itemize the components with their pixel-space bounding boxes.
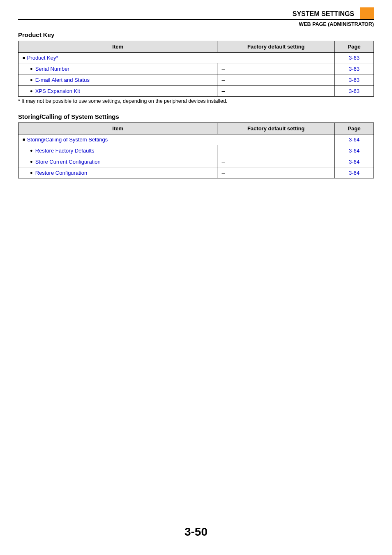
- table-row: ●E-mail Alert and Status – 3-63: [18, 74, 374, 86]
- restore-factory-link[interactable]: Restore Factory Defaults: [35, 148, 95, 154]
- header-accent-tab: [360, 7, 374, 19]
- table-row: ●Store Current Configuration – 3-64: [18, 156, 374, 167]
- default-value: –: [221, 65, 225, 72]
- col-header-item: Item: [18, 41, 217, 53]
- breadcrumb: WEB PAGE (ADMINISTRATOR): [18, 21, 374, 27]
- table-row: ■Storing/Calling of System Settings 3-64: [18, 134, 374, 145]
- bullet-icon: ●: [30, 88, 33, 93]
- page-link[interactable]: 3-63: [349, 55, 360, 61]
- default-value: –: [221, 88, 225, 94]
- storing-calling-table: Item Factory default setting Page ■Stori…: [18, 123, 374, 178]
- section-title-product-key: Product Key: [18, 31, 374, 38]
- product-key-table: Item Factory default setting Page ■Produ…: [18, 41, 374, 97]
- default-value: –: [221, 147, 225, 154]
- page-link[interactable]: 3-64: [349, 148, 360, 154]
- default-value: –: [221, 169, 225, 176]
- page-link[interactable]: 3-64: [349, 170, 360, 176]
- col-header-default: Factory default setting: [217, 41, 334, 53]
- col-header-default: Factory default setting: [217, 123, 334, 134]
- table-row: ●Restore Configuration – 3-64: [18, 167, 374, 178]
- page-link[interactable]: 3-63: [349, 66, 360, 72]
- system-settings-title: SYSTEM SETTINGS: [293, 10, 354, 18]
- table-header-row: Item Factory default setting Page: [18, 41, 374, 53]
- bullet-icon: ●: [30, 159, 33, 164]
- square-icon: ■: [23, 55, 25, 60]
- page-number: 3-50: [18, 525, 374, 539]
- table-header-row: Item Factory default setting Page: [18, 123, 374, 134]
- page-link[interactable]: 3-63: [349, 77, 360, 83]
- storing-calling-link[interactable]: Storing/Calling of System Settings: [27, 136, 108, 143]
- square-icon: ■: [23, 137, 25, 142]
- page-link[interactable]: 3-64: [349, 136, 360, 143]
- default-value: –: [221, 76, 225, 83]
- page-link[interactable]: 3-64: [349, 159, 360, 165]
- footnote: * It may not be possible to use some set…: [18, 98, 374, 104]
- col-header-item: Item: [18, 123, 217, 134]
- bullet-icon: ●: [30, 77, 33, 82]
- page-link[interactable]: 3-63: [349, 88, 360, 94]
- col-header-page: Page: [334, 41, 374, 53]
- header: SYSTEM SETTINGS: [18, 10, 374, 20]
- section-title-storing-calling: Storing/Calling of System Settings: [18, 113, 374, 120]
- store-current-link[interactable]: Store Current Configuration: [35, 159, 101, 165]
- restore-config-link[interactable]: Restore Configuration: [35, 170, 87, 176]
- col-header-page: Page: [334, 123, 374, 134]
- table-row: ●XPS Expansion Kit – 3-63: [18, 86, 374, 97]
- email-alert-link[interactable]: E-mail Alert and Status: [35, 77, 90, 83]
- table-row: ●Restore Factory Defaults – 3-64: [18, 145, 374, 156]
- bullet-icon: ●: [30, 148, 33, 153]
- table-row: ■Product Key* 3-63: [18, 53, 374, 63]
- product-key-link[interactable]: Product Key*: [27, 55, 58, 61]
- serial-number-link[interactable]: Serial Number: [35, 66, 69, 72]
- default-value: –: [221, 158, 225, 165]
- xps-expansion-link[interactable]: XPS Expansion Kit: [35, 88, 80, 94]
- bullet-icon: ●: [30, 66, 33, 71]
- bullet-icon: ●: [30, 170, 33, 175]
- table-row: ●Serial Number – 3-63: [18, 63, 374, 74]
